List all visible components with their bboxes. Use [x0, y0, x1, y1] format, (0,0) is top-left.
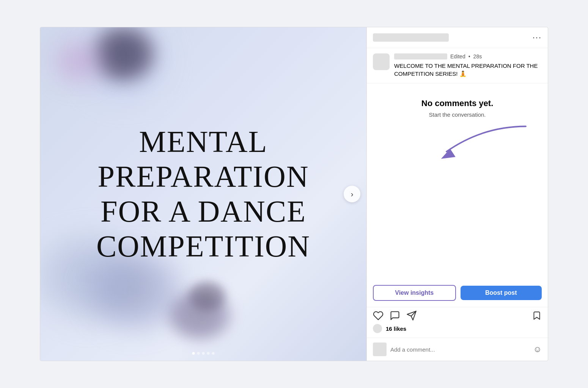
share-button[interactable] [406, 310, 417, 321]
post-meta: Edited • 28s WELCOME TO THE MENTAL PREPA… [367, 48, 548, 83]
username-bar [373, 33, 449, 42]
dot-3 [202, 352, 205, 355]
bookmark-button[interactable] [532, 311, 542, 321]
info-panel: ··· Edited • 28s WELCOME TO THE MENTAL P… [366, 27, 548, 361]
dot-5 [212, 352, 215, 355]
action-buttons: View insights Boost post [367, 285, 548, 307]
image-line2: FOR A DANCE [101, 195, 306, 228]
image-dots [192, 352, 215, 355]
likes-count: 16 likes [386, 325, 406, 332]
view-insights-button[interactable]: View insights [373, 285, 456, 301]
dot-separator: • [469, 53, 470, 59]
dot-2 [197, 352, 200, 355]
image-text: MENTAL PREPARATION FOR A DANCE COMPETITI… [40, 124, 366, 264]
comment-avatar [373, 343, 387, 356]
dot-4 [207, 352, 210, 355]
meta-top: Edited • 28s [394, 53, 542, 59]
left-icons [373, 310, 417, 321]
next-image-button[interactable]: › [344, 186, 360, 202]
no-comments-sub: Start the conversation. [429, 111, 486, 118]
icons-row [367, 307, 548, 322]
like-button[interactable] [373, 310, 384, 321]
edited-badge: Edited [450, 53, 465, 59]
likes-row: 16 likes [367, 322, 548, 338]
image-line1: MENTAL PREPARATION [98, 125, 309, 193]
emoji-button[interactable]: ☺ [533, 344, 542, 354]
no-comments-title: No comments yet. [421, 99, 494, 108]
watercolor-blob-7 [184, 277, 230, 315]
post-container: MENTAL PREPARATION FOR A DANCE COMPETITI… [40, 27, 548, 361]
comment-input[interactable] [390, 346, 530, 353]
comments-section: No comments yet. Start the conversation. [367, 83, 548, 285]
time-badge: 28s [473, 53, 482, 59]
post-header: ··· [367, 27, 548, 48]
comment-input-row: ☺ [367, 338, 548, 361]
arrow-annotation [374, 122, 540, 167]
avatar [373, 53, 390, 70]
meta-right: Edited • 28s WELCOME TO THE MENTAL PREPA… [394, 53, 542, 78]
likes-avatar [373, 324, 382, 333]
image-panel: MENTAL PREPARATION FOR A DANCE COMPETITI… [40, 27, 366, 361]
arrow-svg [374, 122, 540, 167]
image-line3: COMPETITION [96, 230, 310, 263]
more-options-button[interactable]: ··· [533, 33, 542, 42]
meta-name-bar [394, 53, 447, 59]
post-caption: WELCOME TO THE MENTAL PREPARATION FOR TH… [394, 62, 542, 78]
dot-1 [192, 352, 195, 355]
boost-post-button[interactable]: Boost post [461, 286, 542, 300]
comment-button[interactable] [390, 310, 400, 321]
